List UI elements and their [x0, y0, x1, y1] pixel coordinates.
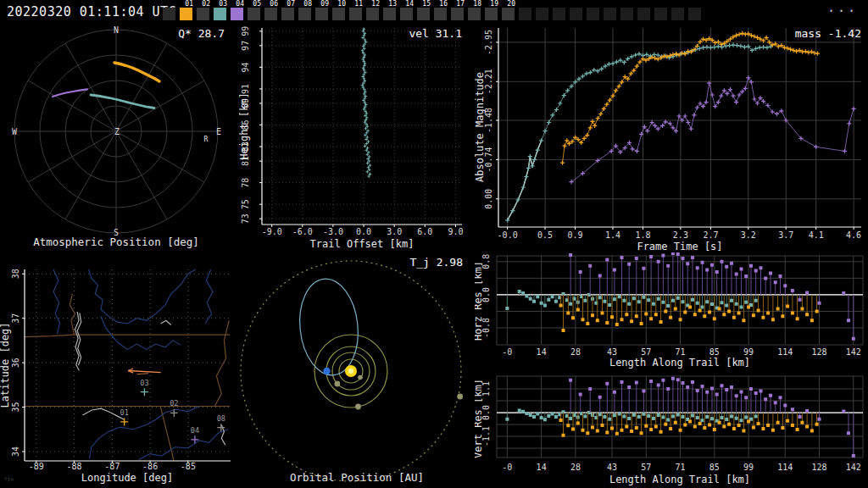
camera-chip-11[interactable]: 11: [349, 0, 362, 24]
camera-chip-19[interactable]: 19: [485, 0, 498, 24]
river: [89, 269, 196, 324]
camera-chip-empty[interactable]: [536, 0, 548, 24]
camera-chip-04[interactable]: 04: [231, 0, 243, 24]
camera-chip-empty[interactable]: [519, 0, 531, 24]
x-tick-label: 14: [537, 347, 547, 357]
horz-res-ylabel: Horz Res [km]: [475, 261, 484, 341]
camera-chip-label: 02: [201, 1, 211, 8]
camera-status-swatch: [400, 8, 413, 20]
camera-chip-label: 06: [269, 1, 279, 8]
station-label: 03: [140, 379, 148, 387]
jupiter-marker: [457, 394, 463, 400]
mars-marker: [355, 404, 361, 410]
camera-status-swatch: [451, 8, 464, 20]
camera-status-swatch: [417, 8, 430, 20]
overflow-menu-icon[interactable]: ...: [827, 0, 858, 15]
x-tick-label: 128: [811, 463, 826, 472]
camera-chip-empty[interactable]: [620, 0, 633, 24]
x-tick-label: 28: [570, 463, 581, 472]
camera-chip-08[interactable]: 08: [298, 0, 311, 24]
panel-light-curve: -0.00.50.91.41.82.32.73.23.74.14.6-2.95-…: [475, 24, 868, 252]
camera-chip-17[interactable]: 17: [451, 0, 464, 24]
camera-chip-07[interactable]: 07: [281, 0, 294, 24]
camera-chip-empty[interactable]: [604, 0, 616, 24]
camera-chip-03[interactable]: 03: [214, 0, 226, 24]
light_curve-plot: -0.00.50.91.41.82.32.73.23.74.14.6-2.95-…: [484, 28, 861, 240]
sun-core: [348, 369, 353, 374]
camera-chip-12[interactable]: 12: [366, 0, 379, 24]
camera-chip-empty[interactable]: [637, 0, 650, 24]
x-tick-label: 85: [709, 347, 720, 357]
camera-chip-20[interactable]: 20: [502, 0, 515, 24]
lead-line: [508, 141, 542, 220]
grid-lines: [498, 28, 861, 227]
camera-status-swatch: [502, 8, 515, 20]
x-tick-label: -0.0: [498, 230, 518, 240]
camera-chip-15[interactable]: 15: [417, 0, 430, 24]
y-tick-label: 36: [11, 358, 20, 368]
watermark-text: rju: [4, 475, 14, 482]
camera-chip-empty[interactable]: [654, 0, 667, 24]
y-tick-label: 35: [11, 402, 20, 413]
x-tick-label: 57: [641, 463, 651, 472]
camera-chip-label: 03: [218, 1, 228, 8]
x-tick-label: 128: [811, 347, 826, 357]
grid-lines: [497, 256, 863, 345]
camera-chip-label: 16: [438, 1, 448, 8]
camera-chip-18[interactable]: 18: [468, 0, 481, 24]
camera-chip-blank[interactable]: [163, 0, 175, 24]
camera-status-swatch: [180, 8, 192, 20]
x-tick-label: 6.0: [417, 227, 432, 236]
camera-chip-empty[interactable]: [587, 0, 599, 24]
camera-chip-06[interactable]: 06: [264, 0, 277, 24]
series-01: [560, 31, 820, 165]
camera-chip-label: 13: [387, 1, 398, 8]
camera-chip-14[interactable]: 14: [400, 0, 413, 24]
camera-chip-16[interactable]: 16: [434, 0, 447, 24]
camera-chip-label: 18: [472, 1, 482, 8]
camera-status-swatch: [468, 8, 481, 20]
camera-chip-empty[interactable]: [688, 0, 701, 24]
camera-chip-empty[interactable]: [553, 0, 565, 24]
y-tick-label: 0.00: [484, 189, 493, 209]
x-tick-label: -89: [29, 462, 44, 471]
camera-status-swatch: [485, 8, 498, 20]
camera-chip-label: 12: [370, 1, 381, 8]
camera-status-swatch: [536, 8, 548, 20]
polar-spoke: [116, 43, 167, 131]
x-tick-label: -87: [104, 462, 120, 471]
camera-status-swatch: [349, 8, 362, 20]
camera-status-swatch: [570, 8, 582, 20]
series-04: [570, 75, 856, 184]
camera-chip-label: 10: [337, 1, 347, 8]
state-border: [214, 320, 229, 406]
camera-chip-label: 14: [404, 1, 415, 8]
camera-chip-empty[interactable]: [570, 0, 582, 24]
station-label: 08: [217, 414, 225, 423]
venus-marker: [335, 381, 341, 387]
camera-chip-01[interactable]: 01: [180, 0, 192, 24]
camera-chip-empty[interactable]: [671, 0, 684, 24]
station-label: 02: [170, 399, 178, 408]
trail-03: [91, 95, 154, 108]
camera-chip-05[interactable]: 05: [248, 0, 260, 24]
camera-status-swatch: [214, 8, 226, 20]
terrain-line: [75, 312, 80, 371]
x-tick-label: -3.0: [323, 227, 343, 236]
camera-chip-label: 08: [303, 1, 313, 8]
panel-orbital-position: T_j 2.98 Orbital Position [AU]: [239, 252, 475, 488]
camera-chip-10[interactable]: 10: [332, 0, 345, 24]
camera-status-swatch: [434, 8, 447, 20]
map-plot: 0102030408-89-88-87-86-853837363534: [11, 269, 231, 471]
meteor-orbit-ellipse: [295, 276, 363, 378]
data-points: [570, 75, 856, 184]
camera-chip-02[interactable]: 02: [197, 0, 209, 24]
station-marker-01: 01: [120, 408, 129, 426]
x-tick-label: 4.6: [846, 230, 861, 240]
camera-status-swatch: [604, 8, 616, 20]
camera-status-swatch: [671, 8, 684, 20]
camera-chip-09[interactable]: 09: [315, 0, 328, 24]
camera-chip-13[interactable]: 13: [383, 0, 396, 24]
camera-status-swatch: [315, 8, 328, 20]
y-tick-label: 73: [241, 214, 250, 224]
